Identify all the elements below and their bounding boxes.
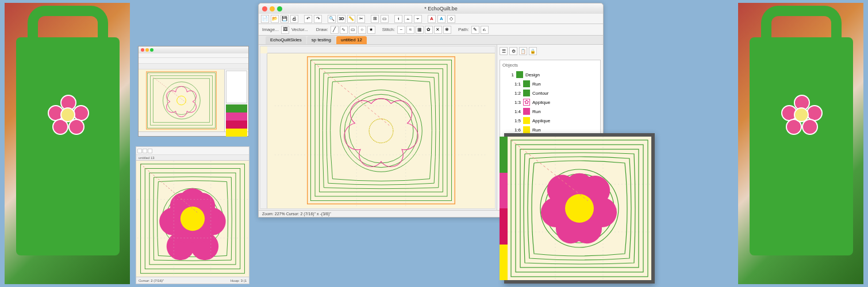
new-file-icon[interactable]: 📄 xyxy=(261,15,269,23)
preview-render xyxy=(504,133,655,284)
objects-title: Objects xyxy=(502,63,598,68)
object-swatch xyxy=(523,90,530,96)
path-label: Path: xyxy=(457,27,470,32)
object-swatch xyxy=(523,126,530,133)
object-row[interactable]: 1:3✿Applique xyxy=(502,98,598,107)
line-icon[interactable]: ╱ xyxy=(331,26,339,34)
properties-icon[interactable]: ⚙ xyxy=(509,47,517,55)
vector-button[interactable]: Vector... xyxy=(290,27,309,32)
object-row[interactable]: 1:2Contour xyxy=(502,88,598,98)
mini-screenshot-filled: untitled 13 xyxy=(136,146,249,284)
frame-icon[interactable]: ◇ xyxy=(447,15,455,23)
svg-point-21 xyxy=(369,119,393,143)
object-id: 1:6 xyxy=(509,127,521,133)
align-right-icon[interactable]: ⫟ xyxy=(414,15,422,23)
svg-rect-1 xyxy=(148,73,216,128)
status-zoom-cursor: Zoom: 227% Cursor: 2 (7/16)" x -(3/8)" xyxy=(262,212,331,216)
undo-icon[interactable]: ↶ xyxy=(304,15,312,23)
svg-point-2 xyxy=(177,96,186,105)
object-id: 1:2 xyxy=(509,91,521,96)
mini-status-left: Cursor: 2 (7/16)" xyxy=(139,277,164,284)
satin-icon[interactable]: ≈ xyxy=(406,26,414,34)
svg-rect-0 xyxy=(147,72,217,129)
tab-sptesting[interactable]: sp testing xyxy=(307,36,336,44)
minimize-icon[interactable] xyxy=(270,6,275,11)
text-icon[interactable]: A xyxy=(428,15,436,23)
stitch-label: Stitch: xyxy=(381,27,396,32)
object-id: 1:5 xyxy=(509,118,521,123)
close-icon[interactable] xyxy=(262,6,267,11)
applique-icon[interactable]: ✿ xyxy=(425,26,433,34)
svg-point-7 xyxy=(180,207,205,231)
align-left-icon[interactable]: ⫞ xyxy=(394,15,402,23)
lock-icon[interactable]: 🔒 xyxy=(529,47,537,55)
tab-untitled12[interactable]: untitled 12 xyxy=(336,36,367,44)
object-id: 1 xyxy=(502,72,514,77)
object-name: Run xyxy=(532,82,598,87)
object-swatch xyxy=(523,80,530,87)
tab-echoquiltsides[interactable]: EchoQuiltSides xyxy=(266,36,306,44)
star-icon[interactable]: ★ xyxy=(367,26,375,34)
bag-body xyxy=(750,37,853,255)
document-tabbar: EchoQuiltSides sp testing untitled 12 xyxy=(259,36,603,45)
object-id: 1:1 xyxy=(509,82,521,87)
object-swatch xyxy=(516,71,523,78)
object-row[interactable]: 1:4Run xyxy=(502,107,598,116)
bag-straps xyxy=(761,6,842,57)
product-photo-right xyxy=(738,3,863,284)
path-break-icon[interactable]: ⎌ xyxy=(481,26,489,34)
rect-icon[interactable]: ▭ xyxy=(349,26,357,34)
fill-icon[interactable]: ▦ xyxy=(416,26,424,34)
svg-rect-13 xyxy=(308,57,455,204)
design-canvas[interactable] xyxy=(260,46,496,209)
object-row[interactable]: 1:5Applique xyxy=(502,116,598,125)
ellipse-icon[interactable]: ○ xyxy=(358,26,366,34)
flower-applique xyxy=(781,95,821,135)
zoom-icon[interactable] xyxy=(277,6,282,11)
image-tool-icon[interactable]: 🖼 xyxy=(281,26,289,34)
3d-icon[interactable]: 3D xyxy=(337,15,345,23)
object-name: Run xyxy=(532,109,598,114)
measure-icon[interactable]: 📏 xyxy=(347,15,355,23)
monogram-icon[interactable]: A xyxy=(437,15,445,23)
object-id: 1:4 xyxy=(509,109,521,114)
object-row[interactable]: 1Design xyxy=(502,70,598,79)
run-stitch-icon[interactable]: ~ xyxy=(397,26,405,34)
save-icon[interactable]: 💾 xyxy=(281,15,289,23)
motif-icon[interactable]: ❋ xyxy=(443,26,451,34)
grid-icon[interactable]: ⊞ xyxy=(371,15,379,23)
object-name: Design xyxy=(525,72,598,77)
object-name: Applique xyxy=(532,100,598,105)
hoop-icon[interactable]: ▭ xyxy=(381,15,389,23)
curve-icon[interactable]: ∿ xyxy=(340,26,348,34)
object-name: Applique xyxy=(532,118,598,123)
toolbar-primary: 📄 📂 💾 🖨 ↶ ↷ 🔍 3D 📏 ✂ ⊞ ▭ ⫞ ⫠ ⫟ A A ◇ xyxy=(259,14,603,24)
titlebar: * EchoQuilt.be xyxy=(259,3,603,14)
open-icon[interactable]: 📂 xyxy=(271,15,279,23)
object-id: 1:3 xyxy=(509,100,521,105)
redo-icon[interactable]: ↷ xyxy=(314,15,322,23)
copy-icon[interactable]: 📋 xyxy=(519,47,527,55)
object-swatch xyxy=(523,108,530,115)
objects-icon[interactable]: ☰ xyxy=(500,47,508,55)
mini-screenshot-outline xyxy=(138,46,249,137)
svg-rect-18 xyxy=(310,60,451,201)
print-icon[interactable]: 🖨 xyxy=(290,15,298,23)
object-row[interactable]: 1:1Run xyxy=(502,79,598,88)
ruler-horizontal xyxy=(267,46,495,53)
zoom-tool-icon[interactable]: 🔍 xyxy=(328,15,336,23)
align-center-icon[interactable]: ⫠ xyxy=(404,15,412,23)
object-swatch: ✿ xyxy=(523,99,530,106)
object-swatch xyxy=(523,117,530,124)
path-edit-icon[interactable]: ✎ xyxy=(471,26,479,34)
flower-applique xyxy=(48,95,88,135)
draw-label: Draw: xyxy=(315,27,329,32)
scissors-icon[interactable]: ✂ xyxy=(357,15,365,23)
object-name: Contour xyxy=(532,91,598,96)
cross-icon[interactable]: ✕ xyxy=(434,26,442,34)
mini-status-right: Hoop: 3 (1 xyxy=(231,277,247,284)
bag-straps xyxy=(28,6,108,57)
ruler-vertical xyxy=(260,53,267,208)
image-button[interactable]: Image... xyxy=(261,27,280,32)
svg-rect-19 xyxy=(315,64,447,196)
